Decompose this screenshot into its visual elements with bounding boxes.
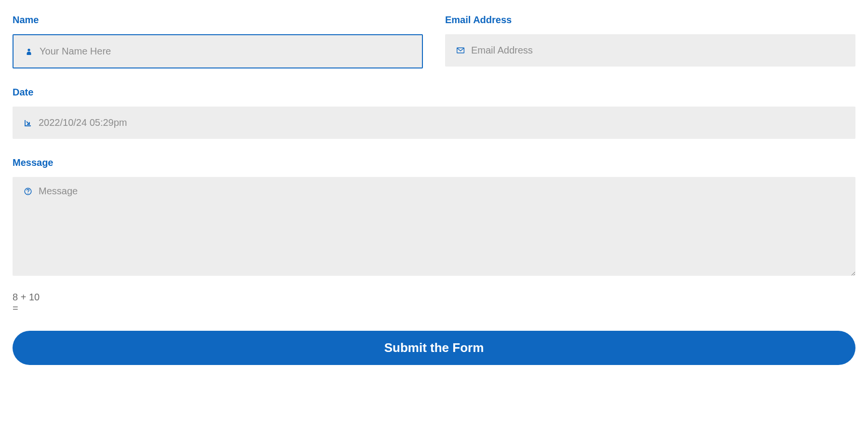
date-arrow-icon [24,119,32,127]
row-name-email: Name Email Address [13,14,855,68]
contact-form: Name Email Address [13,14,855,365]
captcha-row: 8 + 10 = [13,287,855,318]
date-input[interactable] [13,107,855,139]
svg-point-0 [27,48,30,51]
user-icon [25,48,33,55]
submit-button[interactable]: Submit the Form [13,331,855,365]
mail-icon [457,47,464,54]
captcha-input[interactable] [52,287,855,318]
name-field-group: Name [13,14,423,68]
date-field-group: Date [13,87,855,139]
name-input[interactable] [14,35,422,68]
email-label: Email Address [445,14,855,26]
email-field-group: Email Address [445,14,855,68]
name-input-wrap [13,34,423,68]
date-input-wrap [13,107,855,139]
date-label: Date [13,87,855,98]
email-input[interactable] [445,34,855,67]
message-textarea[interactable] [13,177,855,276]
email-input-wrap [445,34,855,67]
message-input-wrap [13,177,855,276]
question-circle-icon [24,188,32,195]
svg-point-3 [27,193,28,194]
message-label: Message [13,157,855,168]
name-label: Name [13,14,423,26]
captcha-question: 8 + 10 = [13,292,46,314]
message-field-group: Message [13,157,855,276]
